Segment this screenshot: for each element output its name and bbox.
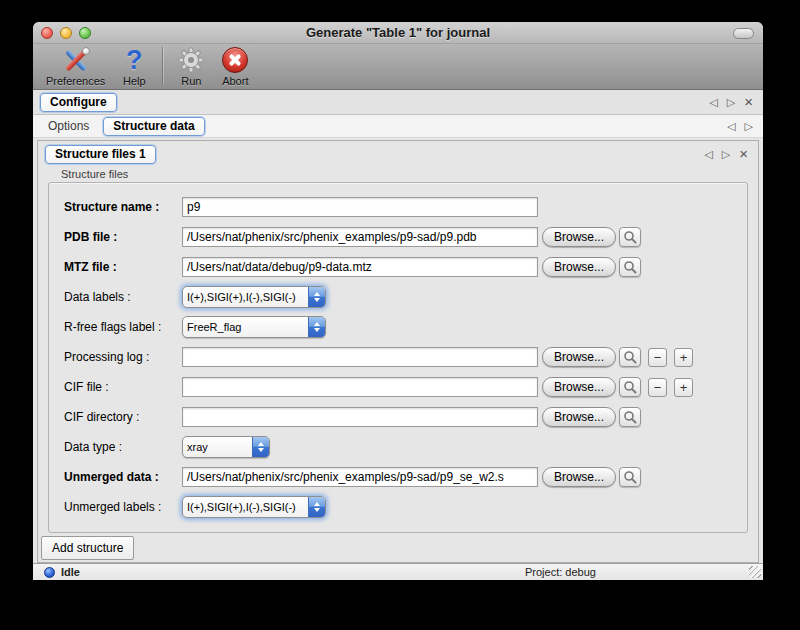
sub-tab-bar: Options Structure data ◁ ▷	[33, 115, 763, 138]
magnifier-icon	[623, 230, 637, 244]
browse-button[interactable]: Browse...	[542, 257, 616, 277]
project-label: Project: debug	[525, 566, 596, 578]
groupbox-label: Structure files	[61, 168, 758, 180]
add-field-button[interactable]: +	[674, 348, 693, 367]
structure-data-panel: Structure files 1 ◁ ▷ × Structure files …	[37, 140, 759, 563]
view-file-button[interactable]	[619, 347, 641, 367]
unmerged-data-row: Unmerged data : Browse...	[64, 466, 747, 488]
pdb-file-row: PDB file : Browse...	[64, 226, 747, 248]
magnifier-icon	[623, 380, 637, 394]
close-tab-icon[interactable]: ×	[744, 94, 753, 109]
remove-field-button[interactable]: −	[648, 378, 667, 397]
minimize-window-button[interactable]	[60, 27, 72, 39]
question-mark-icon: ?	[119, 46, 149, 74]
back-arrow-icon[interactable]: ◁	[709, 97, 717, 108]
view-file-button[interactable]	[619, 227, 641, 247]
status-bar: Idle Project: debug	[33, 563, 763, 580]
field-label: Data type :	[64, 440, 182, 454]
toolbar-separator	[162, 47, 163, 85]
data-type-dropdown[interactable]: xray	[182, 436, 270, 458]
field-label: CIF file :	[64, 380, 182, 394]
view-file-button[interactable]	[619, 407, 641, 427]
field-label: Data labels :	[64, 290, 182, 304]
gear-icon	[176, 46, 206, 74]
structure-files-tab-bar: Structure files 1 ◁ ▷ ×	[38, 141, 758, 167]
main-tab-bar: Configure ◁ ▷ ×	[33, 90, 763, 115]
field-label: Unmerged labels :	[64, 500, 182, 514]
add-field-button[interactable]: +	[674, 378, 693, 397]
structure-name-row: Structure name :	[64, 196, 747, 218]
help-button[interactable]: ? Help	[112, 46, 156, 87]
field-label: Processing log :	[64, 350, 182, 364]
browse-button[interactable]: Browse...	[542, 377, 616, 397]
remove-field-button[interactable]: −	[648, 348, 667, 367]
status-text: Idle	[61, 566, 80, 578]
browse-button[interactable]: Browse...	[542, 467, 616, 487]
processing-log-input[interactable]	[182, 347, 538, 367]
forward-arrow-icon[interactable]: ▷	[745, 121, 753, 132]
resize-grip[interactable]	[749, 566, 761, 578]
run-button[interactable]: Run	[169, 46, 213, 87]
view-file-button[interactable]	[619, 377, 641, 397]
cif-directory-input[interactable]	[182, 407, 538, 427]
back-arrow-icon[interactable]: ◁	[727, 121, 735, 132]
add-structure-button[interactable]: Add structure	[41, 536, 134, 560]
abort-label: Abort	[222, 75, 248, 87]
data-labels-dropdown[interactable]: I(+),SIGI(+),I(-),SIGI(-)	[182, 286, 326, 308]
unmerged-data-input[interactable]	[182, 467, 538, 487]
pdb-file-input[interactable]	[182, 227, 538, 247]
abort-icon	[220, 46, 250, 74]
close-tab-icon[interactable]: ×	[739, 146, 748, 161]
data-type-row: Data type : xray	[64, 436, 747, 458]
app-window: Generate "Table 1" for journal Preferenc…	[33, 22, 763, 580]
toolbar: Preferences ? Help	[33, 44, 763, 90]
preferences-button[interactable]: Preferences	[39, 46, 112, 87]
magnifier-icon	[623, 260, 637, 274]
tab-structure-files-1[interactable]: Structure files 1	[45, 145, 156, 164]
field-label: PDB file :	[64, 230, 182, 244]
structure-files-groupbox: Structure name : PDB file : Browse...	[48, 182, 748, 533]
dropdown-stepper-icon	[308, 316, 325, 338]
window-titlebar[interactable]: Generate "Table 1" for journal	[33, 22, 763, 44]
zoom-window-button[interactable]	[79, 27, 91, 39]
rfree-flags-dropdown[interactable]: FreeR_flag	[182, 316, 326, 338]
preferences-label: Preferences	[46, 75, 105, 87]
browse-button[interactable]: Browse...	[542, 407, 616, 427]
back-arrow-icon[interactable]: ◁	[704, 149, 712, 160]
magnifier-icon	[623, 350, 637, 364]
run-label: Run	[181, 75, 201, 87]
view-file-button[interactable]	[619, 467, 641, 487]
cif-directory-row: CIF directory : Browse...	[64, 406, 747, 428]
status-indicator-icon	[44, 567, 55, 578]
view-file-button[interactable]	[619, 257, 641, 277]
tab-structure-data[interactable]: Structure data	[103, 117, 204, 136]
forward-arrow-icon[interactable]: ▷	[722, 149, 730, 160]
unmerged-labels-dropdown[interactable]: I(+),SIGI(+),I(-),SIGI(-)	[182, 496, 326, 518]
field-label: Unmerged data :	[64, 470, 182, 484]
dropdown-stepper-icon	[308, 286, 325, 308]
tab-options[interactable]: Options	[48, 119, 89, 133]
cif-file-input[interactable]	[182, 377, 538, 397]
browse-button[interactable]: Browse...	[542, 347, 616, 367]
window-title: Generate "Table 1" for journal	[306, 25, 490, 40]
help-label: Help	[123, 75, 146, 87]
structure-name-input[interactable]	[182, 197, 538, 217]
data-labels-row: Data labels : I(+),SIGI(+),I(-),SIGI(-)	[64, 286, 747, 308]
dropdown-stepper-icon	[308, 496, 325, 518]
abort-button[interactable]: Abort	[213, 46, 257, 87]
processing-log-row: Processing log : Browse... − +	[64, 346, 747, 368]
desktop-background: Generate "Table 1" for journal Preferenc…	[0, 0, 800, 630]
toolbar-toggle-button[interactable]	[733, 28, 754, 39]
close-window-button[interactable]	[41, 27, 53, 39]
browse-button[interactable]: Browse...	[542, 227, 616, 247]
field-label: CIF directory :	[64, 410, 182, 424]
mtz-file-input[interactable]	[182, 257, 538, 277]
magnifier-icon	[623, 410, 637, 424]
magnifier-icon	[623, 470, 637, 484]
traffic-lights	[41, 27, 91, 39]
rfree-flags-row: R-free flags label : FreeR_flag	[64, 316, 747, 338]
tab-configure[interactable]: Configure	[40, 93, 117, 112]
field-label: R-free flags label :	[64, 320, 182, 334]
cif-file-row: CIF file : Browse... − +	[64, 376, 747, 398]
forward-arrow-icon[interactable]: ▷	[727, 97, 735, 108]
